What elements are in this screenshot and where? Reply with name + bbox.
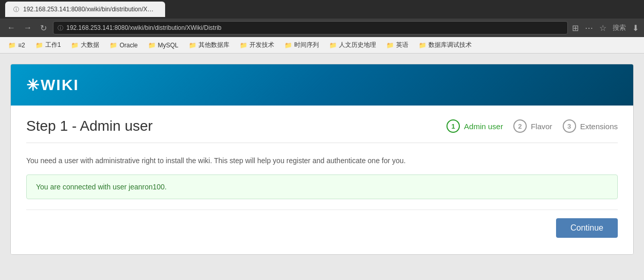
continue-button[interactable]: Continue <box>556 218 618 238</box>
step-circle-1: 1 <box>446 119 460 133</box>
folder-icon: 📁 <box>386 42 394 49</box>
bookmarks-bar: 📁 ≡2 📁 工作1 📁 大数据 📁 Oracle 📁 MySQL 📁 其他数据… <box>0 37 644 54</box>
wizard-steps: 1 Admin user 2 Flavor 3 <box>446 119 618 133</box>
folder-icon: 📁 <box>284 42 292 49</box>
address-security-icon: ⓘ <box>58 24 63 32</box>
bookmark-e2[interactable]: 📁 ≡2 <box>4 40 29 50</box>
step-header-row: Step 1 - Admin user 1 Admin user 2 <box>26 118 618 143</box>
xwiki-main: Step 1 - Admin user 1 Admin user 2 <box>11 106 633 254</box>
xwiki-logo: ✳ WIKI <box>26 76 79 94</box>
address-box[interactable]: ⓘ 192.168.253.141:8080/xwiki/bin/distrib… <box>53 21 568 34</box>
address-bar-row: ← → ↻ ⓘ 192.168.253.141:8080/xwiki/bin/d… <box>0 19 644 37</box>
bookmark-label: 开发技术 <box>249 41 274 49</box>
folder-icon: 📁 <box>419 42 426 49</box>
bookmark-label: ≡2 <box>18 42 25 49</box>
step-circle-2: 2 <box>513 119 527 133</box>
back-button[interactable]: ← <box>5 22 17 33</box>
action-row: Continue <box>26 209 618 242</box>
bookmark-bigdata[interactable]: 📁 大数据 <box>67 39 103 51</box>
reload-button[interactable]: ↻ <box>38 22 49 34</box>
browser-tab[interactable]: ⓘ 192.168.253.141:8080/xwiki/bin/distrib… <box>5 2 165 17</box>
bookmark-label: Oracle <box>119 42 137 49</box>
tab-bar: ⓘ 192.168.253.141:8080/xwiki/bin/distrib… <box>0 0 644 19</box>
bookmark-label: 其他数据库 <box>199 41 229 49</box>
bookmark-icon[interactable]: ☆ <box>599 23 606 33</box>
step-title: Step 1 - Admin user <box>26 118 153 134</box>
address-text: 192.168.253.141:8080/xwiki/bin/distribut… <box>66 24 222 31</box>
bookmark-db-debug[interactable]: 📁 数据库调试技术 <box>415 39 476 51</box>
bookmark-label: MySQL <box>158 42 178 49</box>
step-label-3: Extensions <box>580 122 618 131</box>
folder-icon: 📁 <box>329 42 337 49</box>
success-message: You are connected with user jeanron100. <box>36 183 167 191</box>
step-label-2: Flavor <box>531 122 552 131</box>
wizard-step-3: 3 Extensions <box>563 119 618 133</box>
description-text: You need a user with administrative righ… <box>26 155 618 166</box>
folder-icon: 📁 <box>189 42 196 49</box>
tab-favicon: ⓘ <box>13 6 19 13</box>
folder-icon: 📁 <box>35 42 43 49</box>
folder-icon: 📁 <box>71 42 79 49</box>
bookmark-dev[interactable]: 📁 开发技术 <box>236 39 278 51</box>
bookmark-other-db[interactable]: 📁 其他数据库 <box>185 39 234 51</box>
bookmark-timeseries[interactable]: 📁 时间序列 <box>280 39 323 51</box>
folder-icon: 📁 <box>240 42 247 49</box>
toolbar-icons: ⊞ ⋯ ☆ 搜索 ⬇ <box>572 23 639 33</box>
xwiki-header: ✳ WIKI <box>11 64 633 106</box>
wizard-step-2: 2 Flavor <box>513 119 552 133</box>
forward-button[interactable]: → <box>22 22 34 33</box>
bookmark-mysql[interactable]: 📁 MySQL <box>144 40 183 50</box>
success-box: You are connected with user jeanron100. <box>26 174 618 199</box>
search-label: 搜索 <box>613 23 626 32</box>
logo-asterisk: ✳ <box>26 76 39 94</box>
browser-chrome: ⓘ 192.168.253.141:8080/xwiki/bin/distrib… <box>0 0 644 54</box>
grid-icon[interactable]: ⊞ <box>572 23 579 33</box>
bookmark-oracle[interactable]: 📁 Oracle <box>105 40 141 50</box>
bookmark-geography[interactable]: 📁 人文历史地理 <box>325 39 380 51</box>
folder-icon: 📁 <box>148 42 156 49</box>
bookmark-label: 英语 <box>396 41 408 49</box>
wizard-step-1: 1 Admin user <box>446 119 503 133</box>
bookmark-label: 数据库调试技术 <box>428 41 472 49</box>
more-icon[interactable]: ⋯ <box>585 23 593 33</box>
bookmark-work1[interactable]: 📁 工作1 <box>31 39 65 51</box>
bookmark-label: 工作1 <box>45 41 61 49</box>
bookmark-label: 时间序列 <box>294 41 319 49</box>
xwiki-container: ✳ WIKI Step 1 - Admin user 1 Admin user <box>10 64 634 255</box>
bookmark-english[interactable]: 📁 英语 <box>382 39 413 51</box>
page-content: ✳ WIKI Step 1 - Admin user 1 Admin user <box>0 54 644 280</box>
bookmark-label: 人文历史地理 <box>339 41 376 49</box>
folder-icon: 📁 <box>110 42 117 49</box>
step-label-1: Admin user <box>464 122 503 131</box>
step-circle-3: 3 <box>563 119 576 133</box>
folder-icon: 📁 <box>8 42 16 49</box>
logo-text: WIKI <box>41 76 79 94</box>
tab-title: 192.168.253.141:8080/xwiki/bin/distribut… <box>23 6 157 13</box>
download-icon[interactable]: ⬇ <box>632 23 639 33</box>
bookmark-label: 大数据 <box>81 41 99 49</box>
